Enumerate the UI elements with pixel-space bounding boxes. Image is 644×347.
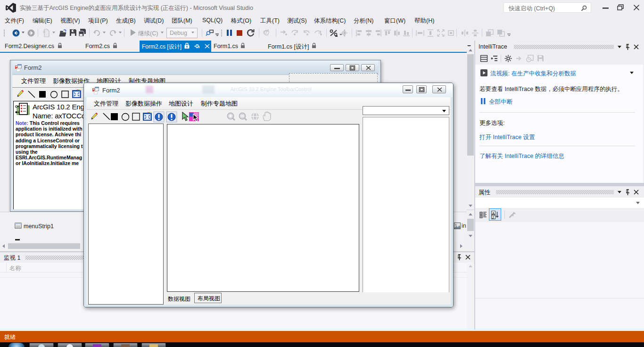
svg-text:A: A [492, 211, 495, 215]
svg-text:Z: Z [492, 215, 495, 220]
svg-text:{'}'}: {'}'} [263, 30, 269, 34]
